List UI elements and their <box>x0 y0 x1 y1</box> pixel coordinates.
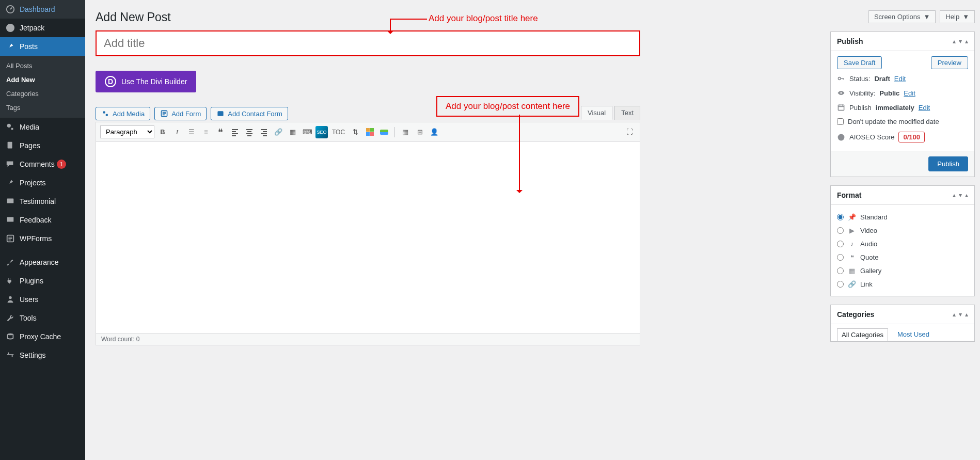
divi-builder-button[interactable]: D Use The Divi Builder <box>96 71 196 92</box>
sidebar-label: Settings <box>20 351 46 359</box>
text-tab[interactable]: Text <box>614 106 640 120</box>
svg-point-12 <box>103 111 105 114</box>
add-form-button[interactable]: Add Form <box>154 107 207 120</box>
sidebar-label: Comments <box>20 160 55 168</box>
brush-icon <box>5 257 15 267</box>
sidebar-item-plugins[interactable]: Plugins <box>0 272 85 290</box>
edit-publish-link[interactable]: Edit <box>919 104 930 112</box>
bold-icon[interactable]: B <box>156 126 169 138</box>
dont-update-checkbox[interactable] <box>837 118 844 125</box>
help-button[interactable]: Help ▼ <box>940 10 975 23</box>
format-video-radio[interactable] <box>837 227 844 234</box>
move-down-icon[interactable]: ▾ <box>959 38 962 45</box>
italic-icon[interactable]: I <box>171 126 183 138</box>
paragraph-select[interactable]: Paragraph <box>100 125 154 138</box>
preview-button[interactable]: Preview <box>931 56 968 69</box>
svg-rect-14 <box>218 111 224 116</box>
save-draft-button[interactable]: Save Draft <box>837 56 882 69</box>
page-title: Add New Post <box>96 10 820 24</box>
sidebar-label: Testimonial <box>20 197 56 205</box>
eye-icon <box>837 89 845 97</box>
testimonial-icon <box>5 196 15 207</box>
sidebar-item-proxy-cache[interactable]: Proxy Cache <box>0 327 85 346</box>
pages-icon <box>5 140 15 151</box>
import-icon[interactable]: ⇅ <box>349 126 361 138</box>
submenu-tags[interactable]: Tags <box>0 101 85 115</box>
align-left-icon[interactable] <box>229 126 241 138</box>
publish-value: immediately <box>876 104 914 112</box>
move-up-icon[interactable]: ▴ <box>953 311 956 318</box>
sidebar-label: Projects <box>20 179 46 187</box>
toggle-panel-icon[interactable]: ▴ <box>965 192 968 199</box>
all-categories-tab[interactable]: All Categories <box>837 328 888 341</box>
chevron-down-icon: ▼ <box>924 13 930 21</box>
numbered-list-icon[interactable]: ≡ <box>200 126 212 138</box>
comments-badge: 1 <box>57 160 66 169</box>
move-up-icon[interactable]: ▴ <box>953 192 956 199</box>
add-contact-form-button[interactable]: Add Contact Form <box>211 107 288 120</box>
visual-tab[interactable]: Visual <box>581 106 612 120</box>
toggle-panel-icon[interactable]: ▴ <box>965 38 968 45</box>
sidebar-item-feedback[interactable]: Feedback <box>0 211 85 229</box>
color-blocks-icon[interactable] <box>363 126 376 138</box>
table-icon[interactable]: ▦ <box>399 126 412 138</box>
edit-visibility-link[interactable]: Edit <box>904 89 915 97</box>
submenu-all-posts[interactable]: All Posts <box>0 59 85 73</box>
sidebar-item-jetpack[interactable]: Jetpack <box>0 19 85 37</box>
sidebar-item-projects[interactable]: Projects <box>0 173 85 192</box>
screen-options-button[interactable]: Screen Options ▼ <box>868 10 936 23</box>
publish-button[interactable]: Publish <box>928 156 968 171</box>
post-title-input[interactable] <box>96 30 640 56</box>
sidebar-item-wpforms[interactable]: WPForms <box>0 229 85 248</box>
sidebar-item-testimonial[interactable]: Testimonial <box>0 192 85 211</box>
sidebar-item-posts[interactable]: Posts <box>0 37 85 56</box>
highlight-icon[interactable] <box>378 126 390 138</box>
link-icon[interactable]: 🔗 <box>272 126 284 138</box>
format-option-label: Audio <box>860 240 877 248</box>
align-center-icon[interactable] <box>243 126 256 138</box>
grid-icon[interactable]: ⊞ <box>414 126 426 138</box>
format-audio-radio[interactable] <box>837 241 844 247</box>
toggle-panel-icon[interactable]: ▴ <box>965 311 968 318</box>
sidebar-item-settings[interactable]: Settings <box>0 346 85 364</box>
move-down-icon[interactable]: ▾ <box>959 311 962 318</box>
sidebar-item-comments[interactable]: Comments 1 <box>0 155 85 173</box>
move-down-icon[interactable]: ▾ <box>959 192 962 199</box>
editor-wrap: Paragraph B I ☰ ≡ ❝ 🔗 ▦ ⌨ SEO TOC ⇅ ▦ ⊞ <box>96 122 640 345</box>
edit-status-link[interactable]: Edit <box>894 75 906 83</box>
user-icon[interactable]: 👤 <box>428 126 440 138</box>
format-gallery-radio[interactable] <box>837 267 844 274</box>
fullscreen-icon[interactable]: ⛶ <box>623 126 636 138</box>
format-option-label: Standard <box>860 213 888 221</box>
toolbar-toggle-icon[interactable]: ⌨ <box>301 126 313 138</box>
sidebar-item-media[interactable]: Media <box>0 118 85 136</box>
format-quote-radio[interactable] <box>837 254 844 261</box>
sidebar-item-appearance[interactable]: Appearance <box>0 253 85 272</box>
format-standard-radio[interactable] <box>837 214 844 220</box>
sidebar-item-dashboard[interactable]: Dashboard <box>0 0 85 19</box>
most-used-tab[interactable]: Most Used <box>893 328 934 341</box>
bullet-list-icon[interactable]: ☰ <box>185 126 198 138</box>
submenu-categories[interactable]: Categories <box>0 87 85 101</box>
submenu-add-new[interactable]: Add New <box>0 73 85 87</box>
move-up-icon[interactable]: ▴ <box>953 38 956 45</box>
aioseo-toolbar-icon[interactable]: SEO <box>315 126 328 138</box>
align-right-icon[interactable] <box>258 126 270 138</box>
quote-icon[interactable]: ❝ <box>214 126 227 138</box>
svg-point-8 <box>8 334 13 336</box>
sidebar-item-tools[interactable]: Tools <box>0 309 85 327</box>
posts-submenu: All Posts Add New Categories Tags <box>0 56 85 118</box>
toc-button[interactable]: TOC <box>330 126 347 138</box>
sidebar-item-users[interactable]: Users <box>0 290 85 309</box>
add-media-button[interactable]: Add Media <box>96 107 150 120</box>
sidebar-item-pages[interactable]: Pages <box>0 136 85 155</box>
insert-more-icon[interactable]: ▦ <box>287 126 299 138</box>
divi-logo-icon: D <box>105 76 116 87</box>
editor-content-area[interactable] <box>96 142 640 333</box>
format-option-label: Gallery <box>860 267 881 275</box>
add-media-label: Add Media <box>113 110 145 118</box>
format-link-radio[interactable] <box>837 281 844 288</box>
pin-icon <box>5 41 15 52</box>
wrench-icon <box>5 313 15 323</box>
svg-point-17 <box>838 134 845 140</box>
